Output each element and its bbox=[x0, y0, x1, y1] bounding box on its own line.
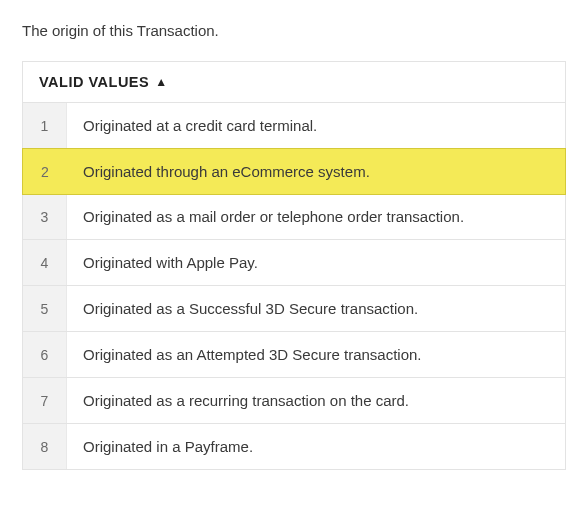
row-description: Originated as a recurring transaction on… bbox=[67, 378, 565, 423]
table-row: 4Originated with Apple Pay. bbox=[23, 240, 565, 286]
row-description: Originated as a mail order or telephone … bbox=[67, 194, 565, 239]
description-text: The origin of this Transaction. bbox=[22, 22, 566, 39]
row-description: Originated as an Attempted 3D Secure tra… bbox=[67, 332, 565, 377]
table-row: 2Originated through an eCommerce system. bbox=[22, 148, 566, 195]
row-description: Originated with Apple Pay. bbox=[67, 240, 565, 285]
valid-values-table: VALID VALUES ▲ 1Originated at a credit c… bbox=[22, 61, 566, 470]
table-header[interactable]: VALID VALUES ▲ bbox=[23, 62, 565, 103]
table-row: 8Originated in a Payframe. bbox=[23, 424, 565, 469]
row-number: 2 bbox=[23, 149, 67, 194]
row-number: 5 bbox=[23, 286, 67, 331]
row-number: 4 bbox=[23, 240, 67, 285]
sort-asc-icon: ▲ bbox=[155, 75, 167, 89]
row-description: Originated as a Successful 3D Secure tra… bbox=[67, 286, 565, 331]
row-number: 3 bbox=[23, 194, 67, 239]
row-number: 8 bbox=[23, 424, 67, 469]
row-number: 1 bbox=[23, 103, 67, 148]
table-row: 1Originated at a credit card terminal. bbox=[23, 103, 565, 149]
table-row: 6Originated as an Attempted 3D Secure tr… bbox=[23, 332, 565, 378]
header-label: VALID VALUES ▲ bbox=[39, 74, 168, 90]
row-description: Originated at a credit card terminal. bbox=[67, 103, 565, 148]
table-row: 7Originated as a recurring transaction o… bbox=[23, 378, 565, 424]
row-description: Originated through an eCommerce system. bbox=[67, 149, 565, 194]
header-text: VALID VALUES bbox=[39, 74, 149, 90]
row-number: 6 bbox=[23, 332, 67, 377]
table-row: 5Originated as a Successful 3D Secure tr… bbox=[23, 286, 565, 332]
table-row: 3Originated as a mail order or telephone… bbox=[23, 194, 565, 240]
row-description: Originated in a Payframe. bbox=[67, 424, 565, 469]
row-number: 7 bbox=[23, 378, 67, 423]
